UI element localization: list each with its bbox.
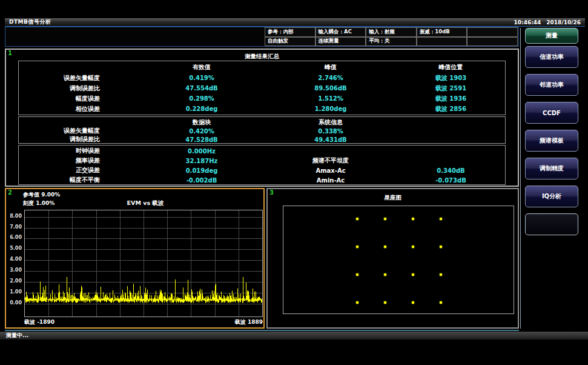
row-label: 幅度不平衡 <box>19 176 140 184</box>
sidebar-button-iq-analysis[interactable]: IQ分析 <box>525 186 578 207</box>
evm-plot-area <box>24 210 263 317</box>
summary-title: 测量结果汇总 <box>6 53 518 61</box>
parameter-cells: 参考：内部输入耦合：AC输入：射频衰减：10dB自由触发连续测量平均：关 <box>265 27 518 46</box>
flatness-value: 0.340dB <box>398 167 504 174</box>
constellation-point <box>356 301 358 304</box>
flatness-label: Amin-Ac <box>263 177 398 184</box>
error-row: 正交误差0.019degAmax-Ac0.340dB <box>19 166 505 175</box>
app-title: DTMB信号分析 <box>9 18 51 26</box>
flatness-value: -0.073dB <box>398 177 504 184</box>
peak-value: 89.506dB <box>263 85 398 92</box>
y-tick-label: 5.00 <box>6 246 22 251</box>
sidebar-button-modulation-accuracy[interactable]: 调制精度 <box>525 158 578 179</box>
peak-value: 1.280deg <box>263 105 398 112</box>
summary-table: 有效值峰值峰值位置误差矢量幅度0.419%2.746%载波 1903调制误差比4… <box>18 61 506 115</box>
block-header-row: 数据块系统信息 <box>19 118 505 127</box>
flatness-label: Amax-Ac <box>263 167 398 174</box>
constellation-point <box>384 218 386 220</box>
sidebar-button-channel-power[interactable]: 信道功率 <box>525 46 578 68</box>
constellation-point <box>412 218 414 220</box>
summary-row: 相位误差0.228deg1.280deg载波 2856 <box>19 104 505 114</box>
y-tick-label: 6.00 <box>6 235 22 240</box>
summary-row: 幅度误差0.298%1.512%载波 1936 <box>19 93 505 104</box>
col-header: 系统信息 <box>263 118 398 127</box>
evm-x-axis: 载波 -1890 载波 1889 <box>24 318 263 326</box>
y-tick-label: 3.00 <box>6 267 22 273</box>
error-value: 32.187Hz <box>140 158 263 164</box>
evm-chart-title: EVM vs 载波 <box>79 199 212 207</box>
param-cell <box>467 37 518 47</box>
col-header: 峰值位置 <box>398 63 504 72</box>
sidebar-button-adjacent-channel-power[interactable]: 邻道功率 <box>525 74 578 96</box>
constellation-plot <box>283 206 514 314</box>
row-label: 相位误差 <box>19 105 140 113</box>
panel-evm-chart[interactable]: 2 参考值 9.00% 刻度 1.00% EVM vs 载波 8.007.006… <box>5 188 265 329</box>
x-start-label: 载波 -1890 <box>24 318 55 326</box>
panel-measurement-summary[interactable]: 1 测量结果汇总 有效值峰值峰值位置误差矢量幅度0.419%2.746%载波 1… <box>5 49 519 187</box>
constellation-point <box>412 301 414 304</box>
rms-value: 0.228deg <box>140 105 263 112</box>
constellation-point <box>356 273 358 276</box>
peak-position-value: 载波 2856 <box>398 105 504 113</box>
y-tick-label: 8.00 <box>6 213 22 219</box>
row-label: 误差矢量幅度 <box>19 127 140 135</box>
sidebar-divider <box>520 28 521 329</box>
row-label: 调制误差比 <box>19 84 140 93</box>
row-label: 频率误差 <box>19 156 140 165</box>
systeminfo-value: 49.431dB <box>263 136 398 143</box>
constellation-point <box>412 273 414 276</box>
error-value: 0.019deg <box>140 167 263 174</box>
datablock-value: 47.528dB <box>140 136 263 143</box>
status-bar: 测量中... <box>0 332 588 340</box>
row-label: 误差矢量幅度 <box>19 74 140 82</box>
error-row: 频率误差32.187Hz频谱不平坦度 <box>19 156 505 166</box>
reference-value-label: 参考值 9.00% <box>23 191 60 199</box>
rms-value: 0.298% <box>140 95 263 102</box>
sidebar-button-measure[interactable]: 测量 <box>525 28 578 44</box>
param-cell: 衰减：10dB <box>417 27 467 37</box>
parameter-bar: 参考：内部输入耦合：AC输入：射频衰减：10dB自由触发连续测量平均：关 <box>5 27 519 47</box>
y-tick-label: 1.00 <box>6 289 22 295</box>
param-cell: 平均：关 <box>366 37 417 47</box>
sidebar-button-ccdf[interactable]: CCDF <box>525 102 578 124</box>
param-cell <box>467 27 518 37</box>
param-cell: 连续测量 <box>315 37 366 47</box>
x-end-label: 载波 1889 <box>235 318 263 326</box>
evm-trace-canvas <box>25 210 262 316</box>
panel-index: 2 <box>8 189 12 196</box>
row-label: 正交误差 <box>19 166 140 175</box>
bottom-frame-line <box>5 330 519 331</box>
block-row: 调制误差比47.528dB49.431dB <box>19 135 505 144</box>
sidebar-button-spectrum-mask[interactable]: 频谱模板 <box>525 130 578 152</box>
datablock-table: 数据块系统信息误差矢量幅度0.420%0.338%调制误差比47.528dB49… <box>18 116 506 144</box>
col-header: 数据块 <box>140 118 263 127</box>
constellation-point <box>384 301 386 304</box>
peak-position-value: 载波 1936 <box>398 95 504 103</box>
param-cell: 自由触发 <box>265 37 315 47</box>
col-header: 有效值 <box>140 63 263 72</box>
col-header: 峰值 <box>263 63 398 72</box>
constellation-point <box>384 246 386 248</box>
panel-constellation[interactable]: 3 星座图 <box>266 188 519 329</box>
systeminfo-value: 0.338% <box>263 128 398 135</box>
summary-row: 误差矢量幅度0.419%2.746%载波 1903 <box>19 73 505 83</box>
datablock-value: 0.420% <box>140 128 263 135</box>
peak-value: 1.512% <box>263 95 398 102</box>
error-value: 0.000Hz <box>140 148 263 155</box>
rms-value: 0.419% <box>140 75 263 81</box>
y-tick-label: 0.00 <box>6 300 22 306</box>
status-text: 测量中... <box>6 332 28 340</box>
constellation-point <box>412 246 414 248</box>
block-row: 误差矢量幅度0.420%0.338% <box>19 127 505 135</box>
constellation-point <box>356 218 358 220</box>
title-bar: DTMB信号分析 10:46:44 2018/10/26 <box>5 18 585 26</box>
sidebar-button-blank[interactable] <box>525 213 578 235</box>
constellation-point <box>440 218 442 220</box>
param-cell: 参考：内部 <box>265 27 315 37</box>
errors-table: 时钟误差0.000Hz频率误差32.187Hz频谱不平坦度正交误差0.019de… <box>18 145 506 185</box>
peak-position-value: 载波 1903 <box>398 74 504 82</box>
y-tick-label: 7.00 <box>6 224 22 230</box>
peak-value: 2.746% <box>263 75 398 81</box>
constellation-point <box>440 246 442 248</box>
param-cell: 输入：射频 <box>366 27 417 37</box>
